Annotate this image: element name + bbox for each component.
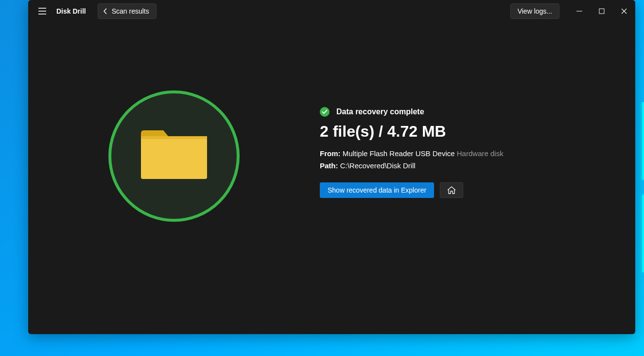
content-area: Data recovery complete 2 file(s) / 4.72 … bbox=[28, 22, 635, 334]
svg-rect-1 bbox=[38, 11, 46, 12]
svg-rect-3 bbox=[576, 11, 582, 12]
path-line: Path: C:\Recovered\Disk Drill bbox=[320, 161, 635, 170]
from-line: From: Multiple Flash Reader USB Device H… bbox=[320, 149, 635, 158]
back-label: Scan results bbox=[112, 7, 149, 15]
minimize-icon bbox=[576, 8, 582, 14]
hamburger-icon bbox=[38, 8, 46, 15]
from-value: Multiple Flash Reader USB Device bbox=[343, 149, 455, 158]
svg-rect-4 bbox=[599, 9, 604, 14]
hero-column bbox=[28, 90, 320, 222]
home-icon bbox=[447, 186, 456, 194]
path-value: C:\Recovered\Disk Drill bbox=[340, 161, 416, 170]
maximize-button[interactable] bbox=[591, 0, 613, 22]
minimize-button[interactable] bbox=[568, 0, 591, 22]
show-recovered-button[interactable]: Show recovered data in Explorer bbox=[320, 182, 434, 198]
back-button[interactable]: Scan results bbox=[98, 3, 157, 19]
app-window: Disk Drill Scan results View logs... bbox=[28, 0, 635, 334]
status-text: Data recovery complete bbox=[336, 107, 424, 116]
from-label: From: bbox=[320, 149, 341, 158]
info-column: Data recovery complete 2 file(s) / 4.72 … bbox=[320, 90, 635, 198]
view-logs-button[interactable]: View logs... bbox=[510, 3, 559, 19]
check-badge bbox=[320, 107, 330, 117]
home-button[interactable] bbox=[440, 182, 463, 198]
status-line: Data recovery complete bbox=[320, 107, 635, 117]
svg-rect-6 bbox=[141, 136, 207, 139]
result-headline: 2 file(s) / 4.72 MB bbox=[320, 123, 635, 141]
menu-button[interactable] bbox=[35, 4, 50, 18]
svg-rect-2 bbox=[38, 14, 46, 15]
desktop-accent bbox=[642, 195, 644, 272]
close-icon bbox=[621, 8, 627, 14]
titlebar: Disk Drill Scan results View logs... bbox=[28, 0, 635, 22]
action-row: Show recovered data in Explorer bbox=[320, 182, 635, 198]
svg-rect-5 bbox=[141, 136, 207, 179]
desktop-accent bbox=[642, 102, 644, 180]
checkmark-icon bbox=[322, 109, 328, 114]
window-controls bbox=[568, 0, 635, 22]
path-label: Path: bbox=[320, 161, 338, 170]
app-title: Disk Drill bbox=[56, 7, 86, 15]
from-hint: Hardware disk bbox=[457, 149, 504, 158]
show-recovered-label: Show recovered data in Explorer bbox=[328, 186, 426, 194]
folder-icon bbox=[140, 129, 208, 183]
close-button[interactable] bbox=[613, 0, 635, 22]
svg-rect-0 bbox=[38, 8, 46, 9]
view-logs-label: View logs... bbox=[518, 7, 552, 15]
success-circle bbox=[108, 90, 240, 222]
maximize-icon bbox=[599, 8, 605, 14]
chevron-left-icon bbox=[103, 8, 107, 14]
